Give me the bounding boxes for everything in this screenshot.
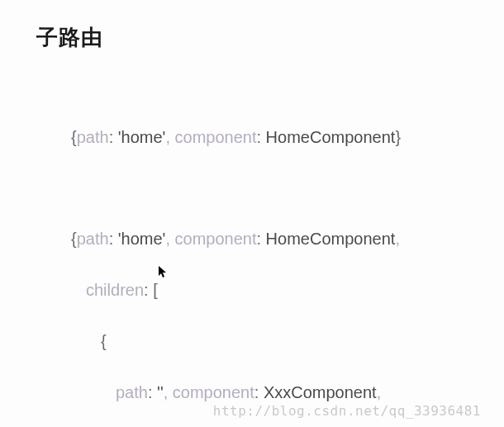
code-line: { — [71, 329, 415, 354]
key-path: path — [77, 128, 109, 146]
val-homecomponent: HomeComponent — [261, 128, 395, 146]
code-line: path: '', component: XxxComponent, — [71, 380, 415, 406]
key-component: , component — [164, 383, 254, 401]
brace: { — [71, 128, 77, 146]
val-home: 'home' — [113, 128, 165, 146]
brace: { — [101, 332, 107, 350]
val-home: 'home' — [113, 230, 165, 248]
key-component: , component — [165, 230, 256, 248]
key-component: , component — [165, 128, 256, 146]
section-heading: 子路由 — [36, 23, 103, 52]
key-path: path — [77, 230, 109, 248]
code-block-2: {path: 'home', component: HomeComponent,… — [71, 201, 415, 427]
key-path: path — [116, 383, 148, 401]
val-xxxcomponent: XxxComponent — [259, 383, 376, 401]
key-children: children — [86, 281, 144, 299]
comma: , — [395, 230, 400, 248]
watermark-text: http://blog.csdn.net/qq_33936481 — [213, 403, 481, 419]
comma: , — [377, 383, 382, 401]
val-empty: '' — [153, 383, 164, 401]
brace: { — [71, 230, 77, 248]
bracket: [ — [149, 281, 158, 299]
code-line-1: {path: 'home', component: HomeComponent} — [71, 125, 415, 150]
code-line: {path: 'home', component: HomeComponent, — [71, 226, 415, 252]
brace: } — [395, 128, 401, 146]
code-line: children: [ — [71, 278, 415, 303]
code-block: {path: 'home', component: HomeComponent}… — [71, 99, 415, 427]
val-homecomponent: HomeComponent — [261, 230, 395, 248]
